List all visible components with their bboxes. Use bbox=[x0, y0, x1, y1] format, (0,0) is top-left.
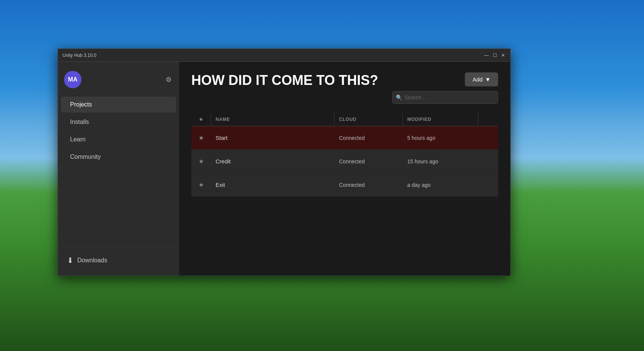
project-name-cell: Exit bbox=[211, 176, 335, 193]
table-header: ★ NAME CLOUD MODIFIED bbox=[191, 113, 498, 126]
downloads-button[interactable]: ⬇ Downloads bbox=[64, 253, 173, 268]
col-header-extra bbox=[478, 113, 498, 126]
page-title: HOW DID IT COME TO THIS? bbox=[191, 72, 378, 88]
sidebar: MA ⚙ Projects Installs Learn Community ⬇… bbox=[58, 62, 179, 276]
star-icon: ★ bbox=[196, 158, 206, 165]
modified-cell: 5 hours ago bbox=[403, 129, 478, 146]
table-row[interactable]: ★ Credit Connected 15 hours ago bbox=[191, 150, 498, 173]
minimize-button[interactable]: — bbox=[484, 53, 489, 58]
title-bar: Unity Hub 3.10.0 — ☐ ✕ bbox=[58, 49, 510, 62]
star-icon: ★ bbox=[196, 134, 206, 141]
search-icon: 🔍 bbox=[396, 94, 402, 100]
modified-cell: 15 hours ago bbox=[403, 153, 478, 170]
maximize-button[interactable]: ☐ bbox=[492, 53, 497, 58]
sidebar-bottom: ⬇ Downloads bbox=[58, 246, 179, 276]
modified-cell: a day ago bbox=[403, 176, 478, 193]
sidebar-item-projects[interactable]: Projects bbox=[61, 97, 176, 113]
close-button[interactable]: ✕ bbox=[500, 53, 506, 58]
header-right: Add ▼ 🔍 bbox=[392, 72, 498, 104]
table-body: ★ Start Connected 5 hours ago bbox=[191, 126, 498, 197]
col-header-cloud: CLOUD bbox=[335, 113, 403, 126]
project-name-cell: Credit bbox=[211, 153, 335, 170]
project-name-cell: Start bbox=[211, 129, 335, 146]
add-button[interactable]: Add ▼ bbox=[465, 72, 498, 86]
search-container: 🔍 bbox=[392, 91, 498, 104]
download-icon: ⬇ bbox=[67, 256, 73, 265]
projects-table: ★ NAME CLOUD MODIFIED bbox=[191, 113, 498, 276]
options-cell bbox=[478, 156, 498, 167]
col-header-modified: MODIFIED bbox=[403, 113, 478, 126]
col-header-star: ★ bbox=[191, 113, 211, 126]
unity-hub-window: Unity Hub 3.10.0 — ☐ ✕ MA ⚙ Projects Ins… bbox=[58, 49, 511, 276]
star-cell: ★ bbox=[191, 129, 211, 147]
content-area: HOW DID IT COME TO THIS? Add ▼ 🔍 bbox=[179, 62, 510, 276]
cloud-status-cell: Connected bbox=[335, 153, 403, 170]
settings-button[interactable]: ⚙ bbox=[164, 74, 173, 85]
star-cell: ★ bbox=[191, 152, 211, 170]
main-layout: MA ⚙ Projects Installs Learn Community ⬇… bbox=[58, 62, 510, 276]
content-header: HOW DID IT COME TO THIS? Add ▼ 🔍 bbox=[191, 72, 498, 104]
cloud-status-cell: Connected bbox=[335, 129, 403, 146]
table-row[interactable]: ★ Exit Connected a day ago bbox=[191, 173, 498, 197]
star-icon: ★ bbox=[196, 181, 206, 188]
search-input[interactable] bbox=[392, 91, 498, 104]
cloud-status-cell: Connected bbox=[335, 176, 403, 193]
sidebar-header: MA ⚙ bbox=[58, 68, 179, 96]
sidebar-item-community[interactable]: Community bbox=[61, 149, 176, 165]
sidebar-item-installs[interactable]: Installs bbox=[61, 114, 176, 130]
sidebar-item-learn[interactable]: Learn bbox=[61, 132, 176, 147]
window-title: Unity Hub 3.10.0 bbox=[63, 53, 484, 58]
avatar[interactable]: MA bbox=[64, 71, 81, 88]
options-cell bbox=[478, 180, 498, 190]
window-controls: — ☐ ✕ bbox=[484, 53, 506, 58]
star-cell: ★ bbox=[191, 176, 211, 194]
dropdown-arrow-icon: ▼ bbox=[485, 76, 491, 83]
col-header-name: NAME bbox=[211, 113, 335, 126]
options-cell bbox=[478, 133, 498, 143]
table-row[interactable]: ★ Start Connected 5 hours ago bbox=[191, 126, 498, 150]
